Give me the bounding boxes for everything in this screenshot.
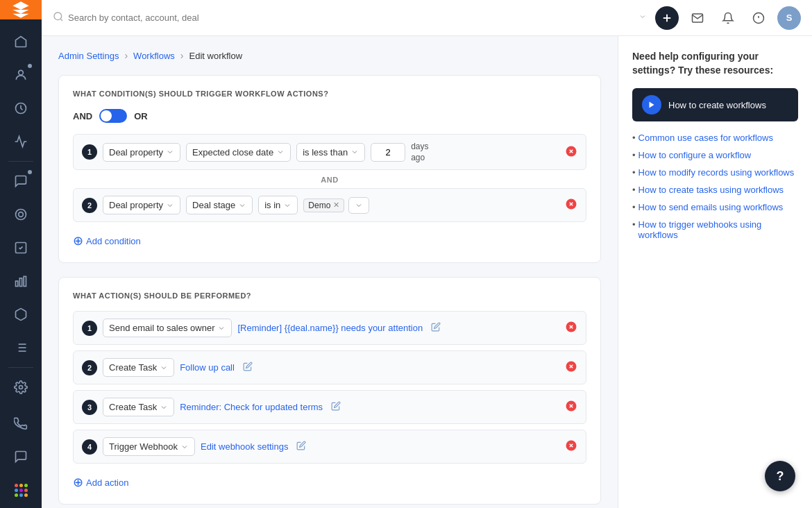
sidebar-nav-top (0, 22, 42, 407)
condition-2-field-select[interactable]: Deal stage (186, 196, 253, 214)
condition-1-remove-button[interactable] (565, 145, 577, 160)
action-1-edit-icon[interactable] (431, 322, 441, 334)
sidebar-item-chat[interactable] (6, 441, 36, 472)
action-3-remove-button[interactable] (565, 400, 577, 414)
action-4-type-select[interactable]: Trigger Webhook (103, 437, 195, 456)
sidebar-logo[interactable] (0, 0, 42, 19)
action-1-remove-button[interactable] (565, 321, 577, 335)
action-2-value-link[interactable]: Follow up call (180, 362, 235, 373)
help-link-item-3: How to modify records using workflows (632, 167, 798, 178)
help-title: Need help configuring your settings? Try… (632, 50, 798, 77)
help-link-2[interactable]: How to configure a workflow (632, 150, 798, 160)
condition-2-tag-close[interactable]: ✕ (333, 201, 339, 210)
breadcrumb: Admin Settings › Workflows › Edit workfl… (58, 50, 601, 61)
add-action-button[interactable]: ⊕ Add action (73, 475, 128, 490)
actions-title: WHAT ACTION(S) SHOULD BE PERFORMED? (73, 291, 586, 300)
notification-button[interactable] (747, 6, 770, 30)
action-3-type-label: Create Task (109, 402, 157, 412)
search-input[interactable] (68, 12, 634, 23)
or-label: OR (134, 111, 148, 121)
sidebar-item-reports[interactable] (6, 266, 36, 296)
action-3-value-link[interactable]: Reminder: Check for updated terms (180, 402, 323, 412)
condition-2-tag-dropdown[interactable] (348, 197, 369, 214)
condition-2-demo-tag: Demo ✕ (303, 198, 344, 212)
action-3-edit-icon[interactable] (331, 401, 341, 413)
help-link-6[interactable]: How to trigger webhooks using workflows (632, 219, 798, 240)
action-1-type-select[interactable]: Send email to sales owner (103, 319, 232, 337)
content-area: Admin Settings › Workflows › Edit workfl… (42, 36, 812, 508)
condition-1-field-select[interactable]: Expected close date (186, 143, 291, 162)
sidebar-item-conversations[interactable] (6, 166, 36, 196)
action-3-type-select[interactable]: Create Task (103, 398, 174, 416)
and-or-toggle[interactable] (99, 109, 127, 123)
action-row-3: 3 Create Task Reminder: Check for update… (73, 390, 586, 424)
action-4-remove-button[interactable] (565, 439, 577, 454)
action-4-value-link[interactable]: Edit webhook settings (201, 441, 288, 452)
action-1-value-link[interactable]: [Reminder] {{deal.name}} needs your atte… (237, 323, 423, 333)
condition-1-property-select[interactable]: Deal property (103, 143, 180, 162)
add-condition-button[interactable]: ⊕ Add condition (73, 233, 141, 248)
condition-1-value-input[interactable] (371, 143, 405, 162)
help-link-item-1: Common use cases for workflows (632, 133, 798, 143)
condition-number-2: 2 (82, 198, 97, 213)
help-links-list: Common use cases for workflows How to co… (632, 133, 798, 240)
main-content: Admin Settings › Workflows › Edit workfl… (42, 36, 618, 508)
svg-rect-5 (16, 281, 18, 287)
condition-2-operator-label: is in (264, 200, 280, 210)
action-row-1: 1 Send email to sales owner [Reminder] {… (73, 311, 586, 345)
and-label: AND (73, 111, 92, 121)
svg-point-0 (19, 70, 24, 75)
play-icon (642, 95, 661, 115)
condition-1-operator-select[interactable]: is less than (296, 143, 365, 162)
search-icon (53, 11, 64, 24)
condition-1-days-label: days (411, 142, 428, 151)
email-button[interactable] (686, 6, 709, 30)
sidebar-item-deals[interactable] (6, 93, 36, 124)
topbar: S (42, 0, 812, 36)
conditions-and-separator: AND (73, 176, 586, 184)
sidebar-item-analytics[interactable] (6, 126, 36, 157)
breadcrumb-sep-2: › (180, 50, 184, 61)
bell-button[interactable] (716, 6, 740, 30)
sidebar-item-phone[interactable] (6, 408, 36, 439)
sidebar-item-sequences[interactable] (6, 332, 36, 363)
sidebar-item-tasks[interactable] (6, 232, 36, 263)
action-2-edit-icon[interactable] (243, 362, 253, 373)
condition-2-remove-button[interactable] (565, 198, 577, 212)
search-dropdown-icon[interactable] (638, 12, 647, 23)
help-link-item-4: How to create tasks using workflows (632, 185, 798, 195)
svg-rect-6 (19, 278, 22, 287)
action-2-type-select[interactable]: Create Task (103, 358, 174, 377)
condition-2-operator-select[interactable]: is in (258, 196, 298, 214)
help-link-5[interactable]: How to send emails using workflows (632, 202, 798, 212)
sidebar-item-settings[interactable] (6, 372, 36, 403)
svg-point-14 (19, 386, 23, 389)
sidebar-item-goals[interactable] (6, 199, 36, 230)
breadcrumb-admin-settings[interactable]: Admin Settings (58, 51, 119, 61)
help-link-4[interactable]: How to create tasks using workflows (632, 185, 798, 195)
search-bar (53, 11, 647, 24)
user-avatar[interactable]: S (777, 6, 801, 30)
condition-2-property-select[interactable]: Deal property (103, 196, 180, 214)
action-2-remove-button[interactable] (565, 360, 577, 375)
sidebar-item-home[interactable] (6, 26, 36, 57)
breadcrumb-workflows[interactable]: Workflows (133, 51, 175, 61)
help-link-3[interactable]: How to modify records using workflows (632, 167, 798, 178)
add-button[interactable] (655, 6, 679, 30)
action-4-edit-icon[interactable] (296, 441, 306, 452)
action-2-type-label: Create Task (109, 362, 157, 373)
help-link-1[interactable]: Common use cases for workflows (632, 133, 798, 143)
help-link-item-5: How to send emails using workflows (632, 202, 798, 212)
sidebar-item-products[interactable] (6, 299, 36, 330)
action-number-3: 3 (82, 400, 97, 415)
action-row-2: 2 Create Task Follow up call (73, 350, 586, 384)
help-link-item-6: How to trigger webhooks using workflows (632, 219, 798, 240)
condition-1-property-label: Deal property (109, 147, 163, 158)
video-label: How to create workflows (668, 100, 766, 110)
sidebar-item-apps[interactable] (6, 475, 36, 505)
action-4-type-label: Trigger Webhook (109, 441, 178, 452)
action-number-4: 4 (82, 439, 97, 455)
sidebar-item-contacts[interactable] (6, 60, 36, 90)
help-fab-button[interactable]: ? (765, 461, 795, 491)
video-button[interactable]: How to create workflows (632, 88, 798, 121)
